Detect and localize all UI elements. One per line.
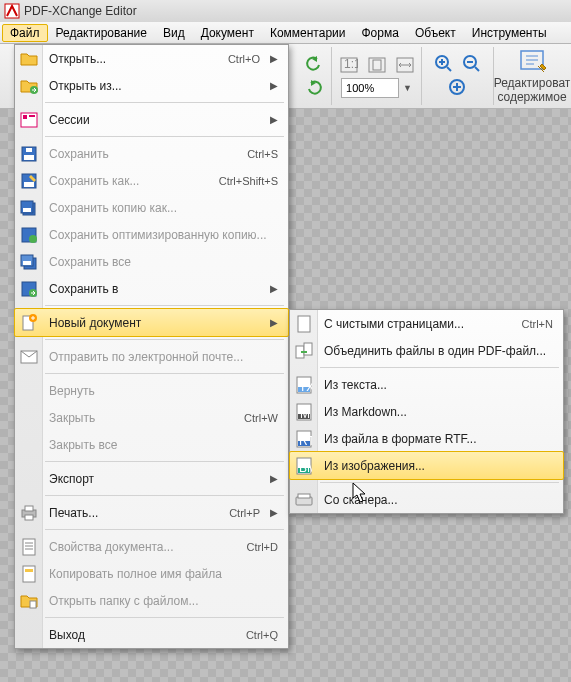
menu-object[interactable]: Объект <box>407 24 464 42</box>
svg-rect-4 <box>373 60 381 70</box>
menu-document[interactable]: Документ <box>193 24 262 42</box>
menu-save-as[interactable]: Сохранить как... Ctrl+Shift+S <box>15 167 288 194</box>
edit-content-label1: Редактироват <box>494 76 571 90</box>
menu-save-all[interactable]: Сохранить все <box>15 248 288 275</box>
menu-open[interactable]: Открыть... Ctrl+O ▶ <box>15 45 288 72</box>
folder-open-icon <box>19 49 39 69</box>
menu-edit[interactable]: Редактирование <box>48 24 155 42</box>
properties-icon <box>19 537 39 557</box>
submenu-blank-pages[interactable]: С чистыми страницами... Ctrl+N <box>290 310 563 337</box>
undo-button[interactable] <box>303 53 325 75</box>
submenu-arrow-icon: ▶ <box>270 53 278 64</box>
save-as-icon <box>19 171 39 191</box>
svg-rect-34 <box>25 515 33 520</box>
print-icon <box>19 503 39 523</box>
svg-rect-18 <box>24 182 34 187</box>
menu-save[interactable]: Сохранить Ctrl+S <box>15 140 288 167</box>
svg-rect-55 <box>298 494 310 498</box>
titlebar: PDF-XChange Editor <box>0 0 571 22</box>
sessions-icon <box>19 110 39 130</box>
txt-icon: TXT <box>294 375 314 395</box>
menu-revert[interactable]: Вернуть <box>15 377 288 404</box>
zoom-in-large-button[interactable] <box>447 77 469 99</box>
submenu-arrow-icon: ▶ <box>270 80 278 91</box>
zoom-dropdown-icon[interactable]: ▼ <box>403 83 412 93</box>
menu-new-document[interactable]: Новый документ ▶ <box>14 308 289 337</box>
svg-rect-35 <box>23 539 35 555</box>
menu-comments[interactable]: Комментарии <box>262 24 354 42</box>
save-optimized-icon <box>19 225 39 245</box>
save-to-icon <box>19 279 39 299</box>
submenu-from-scanner[interactable]: Со сканера... <box>290 486 563 513</box>
menu-send-email[interactable]: Отправить по электронной почте... <box>15 343 288 370</box>
fit-width-button[interactable] <box>394 54 416 76</box>
app-title: PDF-XChange Editor <box>24 4 137 18</box>
file-menu: Открыть... Ctrl+O ▶ Открыть из... ▶ Сесс… <box>14 44 289 649</box>
save-all-icon <box>19 252 39 272</box>
rtf-icon: RTF <box>294 429 314 449</box>
menu-doc-properties[interactable]: Свойства документа... Ctrl+D <box>15 533 288 560</box>
open-folder-icon <box>19 591 39 611</box>
menu-tools[interactable]: Инструменты <box>464 24 555 42</box>
menu-form[interactable]: Форма <box>353 24 406 42</box>
edit-content-label2: содержимое <box>497 90 566 104</box>
menu-copy-filename[interactable]: Копировать полное имя файла <box>15 560 288 587</box>
redo-button[interactable] <box>303 77 325 99</box>
menu-save-optimized[interactable]: Сохранить оптимизированную копию... <box>15 221 288 248</box>
menu-export[interactable]: Экспорт ▶ <box>15 465 288 492</box>
menu-save-copy[interactable]: Сохранить копию как... <box>15 194 288 221</box>
svg-rect-26 <box>23 261 31 265</box>
email-icon <box>19 347 39 367</box>
bmp-icon: BMP <box>294 456 314 476</box>
menu-close-all[interactable]: Закрыть все <box>15 431 288 458</box>
zoom-out-button[interactable] <box>461 53 483 75</box>
save-copy-icon <box>19 198 39 218</box>
menu-print[interactable]: Печать... Ctrl+P ▶ <box>15 499 288 526</box>
save-icon <box>19 144 39 164</box>
markdown-icon: M↓ <box>294 402 314 422</box>
fit-page-button[interactable] <box>366 54 388 76</box>
svg-text:TXT: TXT <box>299 380 312 394</box>
edit-content-button[interactable]: Редактироват содержимое <box>492 48 571 104</box>
svg-rect-37 <box>25 569 33 572</box>
actual-size-button[interactable]: 1:1 <box>338 54 360 76</box>
menu-file[interactable]: Файл <box>2 24 48 42</box>
submenu-from-markdown[interactable]: M↓ Из Markdown... <box>290 398 563 425</box>
svg-rect-15 <box>24 155 34 160</box>
new-document-submenu: С чистыми страницами... Ctrl+N Объединит… <box>289 309 564 514</box>
svg-text:M↓: M↓ <box>300 407 312 421</box>
submenu-arrow-icon: ▶ <box>270 114 278 125</box>
new-document-icon <box>19 313 39 333</box>
svg-text:BMP: BMP <box>299 461 312 475</box>
svg-rect-13 <box>29 115 35 117</box>
menu-close[interactable]: Закрыть Ctrl+W <box>15 404 288 431</box>
app-icon <box>4 3 20 19</box>
submenu-arrow-icon: ▶ <box>270 473 278 484</box>
menu-open-from[interactable]: Открыть из... ▶ <box>15 72 288 99</box>
menu-open-folder[interactable]: Открыть папку с файлом... <box>15 587 288 614</box>
svg-rect-36 <box>23 566 35 582</box>
copy-filename-icon <box>19 564 39 584</box>
svg-rect-16 <box>26 148 32 152</box>
svg-point-23 <box>29 235 37 243</box>
svg-text:1:1: 1:1 <box>344 57 358 71</box>
svg-rect-39 <box>298 316 310 332</box>
svg-rect-21 <box>23 208 31 212</box>
svg-rect-41 <box>304 343 312 355</box>
blank-page-icon <box>294 314 314 334</box>
zoom-in-button[interactable] <box>433 53 455 75</box>
menu-sessions[interactable]: Сессии ▶ <box>15 106 288 133</box>
submenu-from-rtf[interactable]: RTF Из файла в формате RTF... <box>290 425 563 452</box>
zoom-input[interactable] <box>341 78 399 98</box>
scanner-icon <box>294 490 314 510</box>
submenu-from-image[interactable]: BMP Из изображения... <box>289 451 564 480</box>
menu-save-to[interactable]: Сохранить в ▶ <box>15 275 288 302</box>
combine-icon <box>294 341 314 361</box>
submenu-arrow-icon: ▶ <box>270 283 278 294</box>
submenu-arrow-icon: ▶ <box>270 317 278 328</box>
submenu-from-text[interactable]: TXT Из текста... <box>290 371 563 398</box>
folder-arrow-icon <box>19 76 39 96</box>
submenu-combine-files[interactable]: Объединить файлы в один PDF-файл... <box>290 337 563 364</box>
menu-exit[interactable]: Выход Ctrl+Q <box>15 621 288 648</box>
menu-view[interactable]: Вид <box>155 24 193 42</box>
